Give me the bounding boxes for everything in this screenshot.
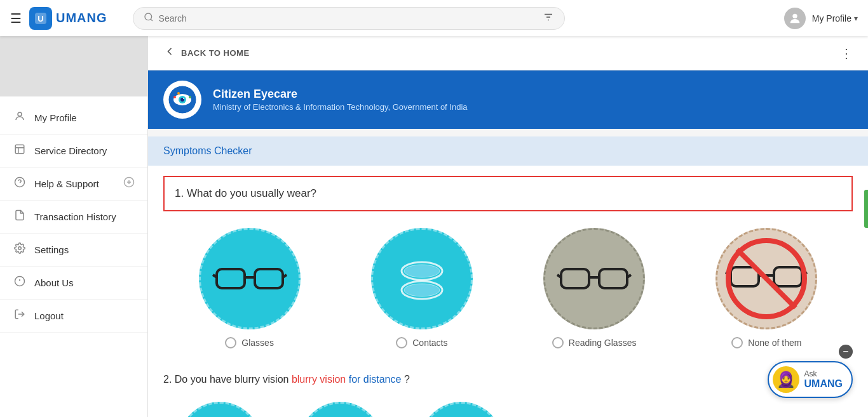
sidebar-label-help-support: Help & Support [34,178,123,189]
about-icon [13,275,27,290]
sidebar: My Profile Service Directory Help & Supp… [0,36,148,417]
contacts-radio-wrap[interactable]: Contacts [396,337,447,348]
question-1-box: 1. What do you usually wear? [163,176,853,211]
ask-umang-minimize[interactable]: − [839,345,853,359]
green-accent-bar [864,190,868,228]
svg-point-2 [145,13,152,20]
help-support-expand-icon[interactable] [123,176,135,191]
sidebar-label-transaction-history: Transaction History [34,211,135,222]
transaction-icon [13,209,27,224]
ask-umang-avatar: 🧕 [773,366,799,393]
svg-line-50 [737,249,796,308]
q2-option-3-circle [420,402,503,417]
ask-umang-button[interactable]: 🧕 Ask UMANG [768,361,853,398]
glasses-label: Glasses [241,338,274,348]
svg-point-26 [183,98,184,99]
sidebar-item-my-profile[interactable]: My Profile [0,102,147,135]
help-icon [13,176,27,191]
option-none[interactable]: None of them [715,228,817,348]
profile-icon [13,110,27,125]
none-radio[interactable] [731,337,743,348]
option-glasses-circle [199,228,301,329]
back-to-home-bar[interactable]: BACK TO HOME ⋮ [148,36,868,70]
more-options-icon[interactable]: ⋮ [840,46,853,61]
question-2-text: 2. Do you have blurry vision blurry visi… [163,374,853,385]
svg-point-17 [18,247,22,250]
logout-icon [13,308,27,323]
sidebar-item-settings[interactable]: Settings [0,234,147,267]
logo-icon: U [29,7,52,30]
reading-glasses-radio-wrap[interactable]: Reading Glasses [552,337,637,348]
sidebar-item-help-support[interactable]: Help & Support [0,168,147,201]
q2-suffix: ? [404,374,410,385]
my-profile-button[interactable]: My Profile ▾ [812,13,858,23]
my-profile-label: My Profile [812,13,851,23]
sidebar-label-logout: Logout [34,310,135,321]
ask-umang-text: Ask UMANG [804,369,843,390]
option-glasses[interactable]: Glasses [199,228,301,348]
content-wrapper: BACK TO HOME ⋮ [148,36,868,417]
back-to-home-label: BACK TO HOME [181,48,250,58]
search-bar[interactable] [133,7,565,30]
svg-line-3 [151,19,153,21]
logo-text: UMANG [56,11,107,25]
q2-highlight-blurry: blurry vision [292,374,349,385]
svg-point-27 [173,96,176,98]
service-title: Citizen Eyecare [213,88,468,101]
contacts-radio[interactable] [396,337,407,348]
sidebar-label-settings: Settings [34,244,135,255]
settings-icon [13,242,27,257]
q2-prefix: 2. Do you have blurry vision [163,374,288,385]
sidebar-nav: My Profile Service Directory Help & Supp… [0,96,147,338]
option-none-circle [715,228,817,329]
glasses-radio-wrap[interactable]: Glasses [225,337,274,348]
svg-point-38 [404,284,440,296]
main-container: My Profile Service Directory Help & Supp… [0,36,868,417]
svg-rect-40 [599,269,627,288]
sidebar-item-about-us[interactable]: About Us [0,267,147,300]
reading-glasses-svg [556,260,632,298]
header-right: My Profile ▾ [784,8,858,29]
glasses-radio[interactable] [225,337,236,348]
avatar [784,8,806,29]
svg-point-36 [404,265,440,277]
svg-point-8 [18,112,22,116]
option-reading-glasses[interactable]: Reading Glasses [543,228,645,348]
chevron-down-icon: ▾ [854,14,858,23]
umang-logo-svg: U [34,11,48,25]
reading-glasses-radio[interactable] [552,337,564,348]
q2-option-1-circle [179,402,261,417]
q2-option-2-circle [299,402,382,417]
option-reading-glasses-circle [543,228,645,329]
svg-rect-30 [217,269,245,288]
contacts-label: Contacts [412,338,447,348]
service-info: Citizen Eyecare Ministry of Electronics … [213,88,468,112]
options-grid: Glasses [148,222,868,361]
umang-label: UMANG [804,378,843,390]
q2-highlight-distance: for distance [349,374,402,385]
reading-glasses-label: Reading Glasses [569,338,637,348]
glasses-svg [212,260,288,298]
option-contacts-circle [371,228,473,329]
filter-icon[interactable] [543,11,554,25]
option-contacts[interactable]: Contacts [371,228,473,348]
symptoms-checker-header: Symptoms Checker [148,136,868,166]
question-2-section: 2. Do you have blurry vision blurry visi… [148,364,868,417]
none-svg [722,234,811,323]
sidebar-item-service-directory[interactable]: Service Directory [0,135,147,168]
app-logo: U UMANG [29,7,107,30]
service-banner: Citizen Eyecare Ministry of Electronics … [148,70,868,129]
content-scroll-area[interactable]: BACK TO HOME ⋮ [148,36,868,417]
hamburger-menu[interactable]: ☰ [10,11,22,26]
svg-rect-45 [774,267,802,286]
search-input[interactable] [159,13,543,23]
sidebar-item-transaction-history[interactable]: Transaction History [0,201,147,234]
service-logo [163,81,201,119]
svg-point-7 [792,13,797,18]
question-2-options-preview [163,392,853,417]
service-directory-icon [13,143,27,158]
app-header: ☰ U UMANG My Profile [0,0,868,36]
contacts-svg [384,253,460,304]
sidebar-item-logout[interactable]: Logout [0,300,147,333]
svg-point-28 [189,96,191,98]
